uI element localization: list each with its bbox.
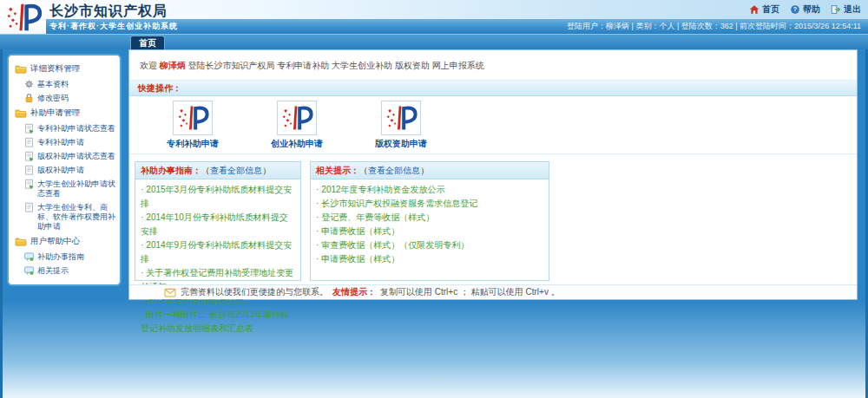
doc-icon [23,202,35,212]
sidebar-item-related-tips[interactable]: 相关提示 [11,264,117,277]
item-label: 基本资料 [37,79,69,89]
welcome-message: 欢迎 柳泽炳 登陆长沙市知识产权局 专利申请补助 大学生创业补助 版权资助 网上… [129,50,857,81]
logo-icon [173,101,213,135]
sidebar-item-student-apply[interactable]: 大学生创业专利、商标、软件著作权费用补助申请 [11,200,117,233]
list-item[interactable]: ·审查费收据（样式）（仅限发明专利） [316,238,543,252]
welcome-username: 柳泽炳 [160,61,186,70]
list-item[interactable]: ·2014年9月份专利补助纸质材料提交安排 [141,238,295,266]
subsidy-guide-box-header: 补助办事指南：（查看全部信息） [135,162,300,179]
logo-icon [3,2,43,33]
list-item[interactable]: ·2015年3月份专利补助纸质材料提交安排 [141,183,295,211]
main-panel: 欢迎 柳泽炳 登陆长沙市知识产权局 专利申请补助 大学生创业补助 版权资助 网上… [128,49,858,300]
content-area: 详细资料管理 基本资料 修改密码 补助申请管理 专利补助申请状态查看 专利补助申… [0,49,868,398]
folder-icon [15,108,27,119]
nav-logout-label: 退出 [844,3,861,16]
doc-status-icon [23,179,35,189]
note-tip-text: 复制可以使用 Ctrl+c ； 粘贴可以使用 Ctrl+v 。 [380,286,560,298]
box-title: 补助办事指南： [141,166,201,175]
nav-help[interactable]: 帮助 [790,3,820,16]
quick-ops-header: 快捷操作： [129,81,857,96]
logo-icon [277,101,317,135]
folder-icon [15,63,27,75]
tab-bar: 首页 [0,34,868,49]
sidebar-item-basic-info[interactable]: 基本资料 [11,77,117,91]
site-subtitle: 专利·著作权·大学生创业补助系统 [49,19,178,34]
nav-logout[interactable]: 退出 [831,3,861,16]
sidebar-section-help[interactable]: 用户帮助中心 [11,233,117,250]
sidebar-item-copyright-apply[interactable]: 版权补助申请 [11,163,117,177]
header-band: 专利·著作权·大学生创业补助系统 登陆用户：柳泽炳 | 类别：个人 | 登陆次数… [0,19,868,34]
sidebar-item-student-status[interactable]: 大学生创业补助申请状态查看 [11,177,117,200]
list-item[interactable]: ·登记费、年费等收据（样式） [316,211,543,225]
quick-ops-row: 专利补助申请 创业补助申请 版权资助申请 [129,96,857,154]
related-tips-box-header: 相关提示：（查看全部信息） [311,162,549,179]
item-label: 大学生创业补助申请状态查看 [37,179,115,199]
list-item[interactable]: ·申请费收据（样式） [316,225,543,238]
item-label: 补助办事指南 [37,251,84,262]
item-label: 版权补助申请状态查看 [37,151,115,161]
section-label: 详细资料管理 [30,63,80,75]
user-info: 登陆用户：柳泽炳 | 类别：个人 | 登陆次数：362 | 前次登陆时间：201… [567,19,861,34]
lock-icon [23,93,35,103]
related-tips-box: 相关提示：（查看全部信息） ·2012年度专利补助资金发放公示 ·长沙市知识产权… [310,161,549,281]
item-label: 修改密码 [37,93,69,103]
list-item[interactable]: ·附件一和附件二 长沙市2013年著作权登记补助发放明细表和汇总表 [141,308,295,336]
item-label: 专利补助申请 [37,137,84,147]
site-title: 长沙市知识产权局 [49,3,168,21]
tab-home-label: 首页 [139,38,156,48]
welcome-prefix: 欢迎 [140,61,160,70]
doc-icon [23,137,35,147]
sidebar-section-subsidy[interactable]: 补助申请管理 [11,105,117,121]
related-tips-list: ·2012年度专利补助资金发放公示 ·长沙市知识产权投融资服务需求信息登记 ·登… [311,179,549,270]
section-label: 补助申请管理 [30,108,80,119]
item-label: 大学生创业专利、商标、软件著作权费用补助申请 [37,202,115,232]
nav-home-label: 首页 [762,3,779,16]
site-logo [0,0,46,34]
list-item[interactable]: ·长沙市知识产权投融资服务需求信息登记 [316,197,543,211]
view-all-link[interactable]: 查看全部信息 [210,166,262,175]
logout-icon [831,4,841,15]
quick-ops-title: 快捷操作： [138,83,181,93]
quick-button-label: 专利补助申请 [145,138,240,150]
subsidy-guide-list: ·2015年3月份专利补助纸质材料提交安排 ·2014年10月份专利补助纸质材料… [135,179,300,339]
nav-home[interactable]: 首页 [749,3,779,16]
list-item[interactable]: ·2014年10月份专利补助纸质材料提交安排 [141,211,295,238]
app-window: 长沙市知识产权局 首页 帮助 退出 专利·著作权·大学生创业补助系统 登陆用户：… [0,0,868,398]
chat-icon [23,265,35,276]
sidebar-item-copyright-status[interactable]: 版权补助申请状态查看 [11,149,117,163]
item-label: 版权补助申请 [37,165,84,175]
quick-button-label: 版权资助申请 [353,138,449,150]
view-all-link[interactable]: 查看全部信息 [368,166,420,175]
logo-icon [381,101,421,135]
item-label: 相关提示 [37,265,69,276]
doc-status-icon [23,151,35,161]
header: 长沙市知识产权局 首页 帮助 退出 [0,0,868,19]
quick-button-copyright-funding[interactable]: 版权资助申请 [353,101,449,150]
folder-icon [15,236,27,247]
sidebar-item-subsidy-guide[interactable]: 补助办事指南 [11,250,117,264]
help-icon [790,4,800,15]
section-label: 用户帮助中心 [30,236,80,247]
subsidy-guide-box: 补助办事指南：（查看全部信息） ·2015年3月份专利补助纸质材料提交安排 ·2… [135,161,301,281]
home-icon [749,4,760,15]
doc-icon [23,165,35,175]
mail-icon [164,288,176,297]
sidebar-item-patent-status[interactable]: 专利补助申请状态查看 [11,121,117,135]
sidebar: 详细资料管理 基本资料 修改密码 补助申请管理 专利补助申请状态查看 专利补助申… [7,54,122,286]
sidebar-section-profile[interactable]: 详细资料管理 [11,61,117,77]
note-text: 完善资料以便我们更便捷的与您联系。 [181,286,328,298]
gear-icon [23,79,35,89]
welcome-suffix: 登陆长沙市知识产权局 专利申请补助 大学生创业补助 版权资助 网上申报系统 [186,61,484,70]
chat-icon [23,251,35,262]
tab-home[interactable]: 首页 [130,36,165,49]
quick-button-patent-subsidy[interactable]: 专利补助申请 [145,101,240,150]
quick-button-startup-subsidy[interactable]: 创业补助申请 [249,101,345,150]
box-title: 相关提示： [316,166,359,175]
list-item[interactable]: ·申请费收据（样式） [316,252,543,266]
footer-note: 完善资料以便我们更便捷的与您联系。 友情提示： 复制可以使用 Ctrl+c ； … [129,284,857,299]
quick-button-label: 创业补助申请 [249,138,345,150]
list-item[interactable]: ·2012年度专利补助资金发放公示 [316,183,543,197]
sidebar-item-patent-apply[interactable]: 专利补助申请 [11,135,117,149]
sidebar-item-change-password[interactable]: 修改密码 [11,91,117,105]
info-lists-row: 补助办事指南：（查看全部信息） ·2015年3月份专利补助纸质材料提交安排 ·2… [129,154,857,284]
